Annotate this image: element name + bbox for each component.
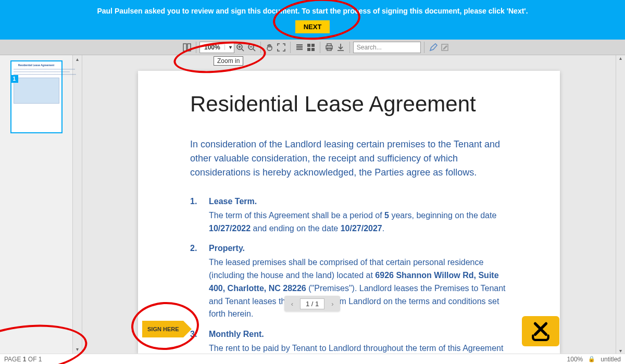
document-page: Residential Lease Agreement In considera… [138, 71, 560, 354]
separator [196, 42, 196, 53]
review-banner: Paul Paulsen asked you to review and sig… [0, 0, 625, 40]
download-icon[interactable] [335, 42, 346, 53]
page-count: PAGE 1 OF 1 [4, 356, 42, 363]
prev-page-button[interactable]: ‹ [286, 298, 298, 309]
document-preamble: In consideration of the Landlord leasing… [190, 137, 508, 180]
svg-line-7 [253, 49, 255, 51]
toolbar: 100% ▾ Search... Zoom in [0, 40, 625, 55]
pan-icon[interactable] [264, 42, 276, 53]
text-columns-icon[interactable] [294, 42, 305, 53]
svg-rect-14 [311, 44, 315, 47]
document-scrollbar[interactable]: ▴ ▾ [616, 55, 625, 354]
chevron-down-icon: ▾ [224, 44, 234, 50]
zoom-in-tooltip: Zoom in [214, 56, 243, 66]
fit-page-icon[interactable] [276, 42, 287, 53]
lock-icon: 🔒 [588, 356, 595, 362]
scroll-down-icon[interactable]: ▾ [76, 345, 79, 354]
status-bar: PAGE 1 OF 1 100% 🔒 untitled [0, 354, 625, 364]
svg-rect-0 [183, 44, 186, 51]
separator [424, 42, 424, 53]
separator [260, 42, 261, 53]
layout-toggle-icon[interactable] [181, 42, 193, 53]
page-navigator: ‹ 1 / 1 › [284, 296, 340, 311]
separator [320, 42, 320, 53]
document-title: Residential Lease Agreement [190, 92, 508, 117]
svg-rect-1 [188, 44, 191, 51]
status-zoom: 100% [567, 356, 583, 363]
svg-rect-16 [311, 48, 315, 51]
search-input[interactable]: Search... [353, 42, 421, 53]
next-page-button[interactable]: › [327, 298, 338, 309]
scroll-up-icon[interactable]: ▴ [619, 55, 622, 61]
next-button[interactable]: NEXT [295, 20, 330, 33]
thumbnails-icon[interactable] [305, 42, 317, 53]
thumbnail-scrollbar[interactable]: ▴ ▾ [72, 55, 82, 354]
svg-line-3 [242, 49, 244, 51]
document-viewport[interactable]: Residential Lease Agreement In considera… [82, 55, 616, 354]
search-placeholder: Search... [357, 44, 382, 51]
status-filename: untitled [601, 356, 621, 363]
sign-here-tag[interactable]: SIGN HERE [142, 321, 183, 337]
term-property: Property. The leased premises shall be c… [190, 242, 508, 321]
separator [290, 42, 291, 53]
print-icon[interactable] [323, 42, 335, 53]
page-thumbnail-1[interactable]: Residential Lease Agreement ━━━━━━━━━━━━… [10, 60, 63, 133]
zoom-out-icon[interactable] [246, 42, 257, 53]
edit-icon[interactable] [439, 42, 451, 53]
page-indicator: 1 / 1 [300, 298, 324, 309]
svg-rect-15 [307, 48, 310, 51]
zoom-in-icon[interactable] [234, 42, 246, 53]
scroll-down-icon[interactable]: ▾ [619, 348, 622, 354]
scroll-up-icon[interactable]: ▴ [76, 55, 79, 64]
svg-rect-13 [307, 44, 310, 47]
zoom-select[interactable]: 100% ▾ [199, 42, 234, 53]
signature-field[interactable] [522, 316, 559, 346]
banner-message: Paul Paulsen asked you to review and sig… [97, 7, 528, 15]
pen-icon[interactable] [428, 42, 439, 53]
sign-here-label: SIGN HERE [147, 326, 179, 332]
term-lease: Lease Term. The term of this Agreement s… [190, 195, 508, 235]
zoom-value: 100% [200, 44, 224, 51]
thumbnail-panel: Residential Lease Agreement ━━━━━━━━━━━━… [0, 55, 82, 354]
signature-x-icon [530, 320, 552, 342]
thumbnail-badge: 1 [10, 75, 19, 83]
term-rent: Monthly Rent. The rent to be paid by Ten… [190, 328, 508, 354]
document-terms: Lease Term. The term of this Agreement s… [190, 195, 508, 354]
separator [349, 42, 350, 53]
